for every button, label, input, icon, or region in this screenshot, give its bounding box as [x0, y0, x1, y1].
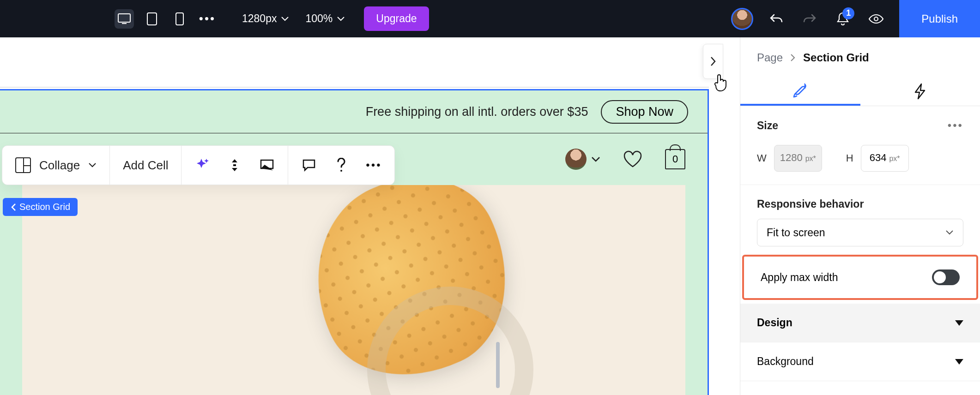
zoom-label: 100% — [305, 12, 333, 25]
size-panel: Size ••• W 1280 px* H 634 px* — [740, 106, 980, 185]
redo-button[interactable] — [799, 9, 820, 29]
svg-rect-3 — [176, 13, 183, 25]
chevron-right-icon — [709, 56, 717, 67]
layout-select[interactable]: Collage — [2, 146, 110, 185]
inspector-panel: Page Section Grid Size ••• W 1280 — [740, 37, 980, 395]
triangle-down-icon — [955, 359, 963, 365]
tab-design[interactable] — [740, 77, 860, 106]
more-options-icon[interactable]: ••• — [366, 157, 381, 173]
viewport-width-select[interactable]: 1280px — [242, 12, 289, 25]
responsive-panel: Responsive behavior Fit to screen — [740, 185, 980, 251]
svg-rect-2 — [147, 13, 157, 25]
promo-bar: Free shipping on all intl. orders over $… — [0, 90, 708, 133]
chevron-down-icon — [88, 162, 97, 168]
height-label: H — [846, 152, 853, 164]
help-icon[interactable] — [333, 157, 349, 173]
collage-icon — [15, 157, 31, 173]
more-devices-button[interactable]: ••• — [198, 9, 217, 29]
account-avatar[interactable] — [731, 8, 753, 30]
chevron-down-icon — [591, 156, 600, 162]
add-cell-button[interactable]: Add Cell — [110, 146, 181, 185]
device-mobile-button[interactable] — [170, 9, 189, 29]
size-heading: Size — [757, 120, 778, 132]
responsive-behavior-select[interactable]: Fit to screen — [757, 219, 963, 246]
chevron-left-icon — [10, 203, 17, 211]
inspector-collapse-handle[interactable] — [703, 44, 723, 79]
width-input: 1280 px* — [774, 145, 822, 172]
preview-button[interactable] — [866, 9, 886, 29]
reorder-icon[interactable] — [227, 157, 242, 173]
notification-badge: 1 — [842, 7, 854, 19]
breadcrumb-page[interactable]: Page — [757, 51, 783, 64]
hero-image[interactable] — [22, 185, 685, 395]
chevron-down-icon — [945, 230, 954, 235]
cart-button[interactable]: 0 — [665, 149, 685, 169]
inspector-tabs — [740, 77, 980, 106]
upgrade-button-label: Upgrade — [376, 12, 417, 24]
promo-message: Free shipping on all intl. orders over $… — [366, 105, 588, 119]
breadcrumb-current: Section Grid — [803, 51, 869, 64]
undo-button[interactable] — [766, 9, 786, 29]
device-tablet-button[interactable] — [142, 9, 162, 29]
svg-rect-1 — [122, 23, 127, 24]
size-more-icon[interactable]: ••• — [948, 119, 963, 132]
ai-sparkle-icon[interactable] — [194, 157, 210, 173]
device-desktop-button[interactable] — [115, 9, 134, 29]
comment-icon[interactable] — [301, 157, 317, 173]
chevron-right-icon — [790, 54, 796, 62]
viewport-width-label: 1280px — [242, 12, 277, 25]
crop-icon[interactable] — [259, 157, 275, 173]
selection-tag-label: Section Grid — [19, 202, 70, 212]
shop-now-button[interactable]: Shop Now — [601, 100, 688, 124]
tab-interactions[interactable] — [860, 77, 980, 106]
layout-label: Collage — [39, 158, 80, 173]
add-cell-label: Add Cell — [123, 158, 168, 173]
apply-max-width-toggle[interactable] — [932, 269, 960, 285]
svg-rect-0 — [118, 14, 130, 22]
zoom-select[interactable]: 100% — [305, 12, 345, 25]
notifications-button[interactable]: 1 — [833, 9, 853, 29]
wishlist-icon[interactable] — [623, 149, 643, 169]
width-label: W — [757, 152, 767, 164]
selected-section[interactable]: Free shipping on all intl. orders over $… — [0, 89, 709, 395]
section-toolbar: Collage Add Cell ••• — [2, 145, 395, 185]
publish-button-label: Publish — [921, 12, 958, 25]
selection-tag[interactable]: Section Grid — [3, 198, 78, 216]
apply-max-width-row: Apply max width — [742, 255, 978, 300]
responsive-option-label: Fit to screen — [767, 227, 825, 239]
breadcrumb: Page Section Grid — [740, 37, 980, 77]
account-menu[interactable] — [565, 149, 600, 170]
design-heading: Design — [757, 317, 792, 329]
background-accordion[interactable]: Background — [740, 342, 980, 381]
apply-max-width-label: Apply max width — [761, 271, 838, 284]
upgrade-button[interactable]: Upgrade — [364, 6, 429, 31]
user-avatar-icon — [565, 149, 587, 170]
triangle-down-icon — [955, 320, 963, 326]
topbar: ••• 1280px 100% Upgrade 1 Publish — [0, 0, 980, 37]
design-accordion[interactable]: Design — [740, 304, 980, 342]
cart-count: 0 — [672, 153, 678, 165]
publish-button[interactable]: Publish — [899, 0, 980, 37]
scrollbar[interactable] — [496, 342, 500, 388]
background-heading: Background — [757, 355, 814, 368]
height-input[interactable]: 634 px* — [861, 145, 909, 172]
brush-icon — [792, 83, 808, 98]
lightning-icon — [913, 83, 926, 100]
responsive-heading: Responsive behavior — [757, 198, 963, 210]
svg-point-4 — [874, 17, 878, 21]
svg-point-5 — [340, 170, 342, 172]
canvas[interactable]: Free shipping on all intl. orders over $… — [0, 37, 740, 395]
